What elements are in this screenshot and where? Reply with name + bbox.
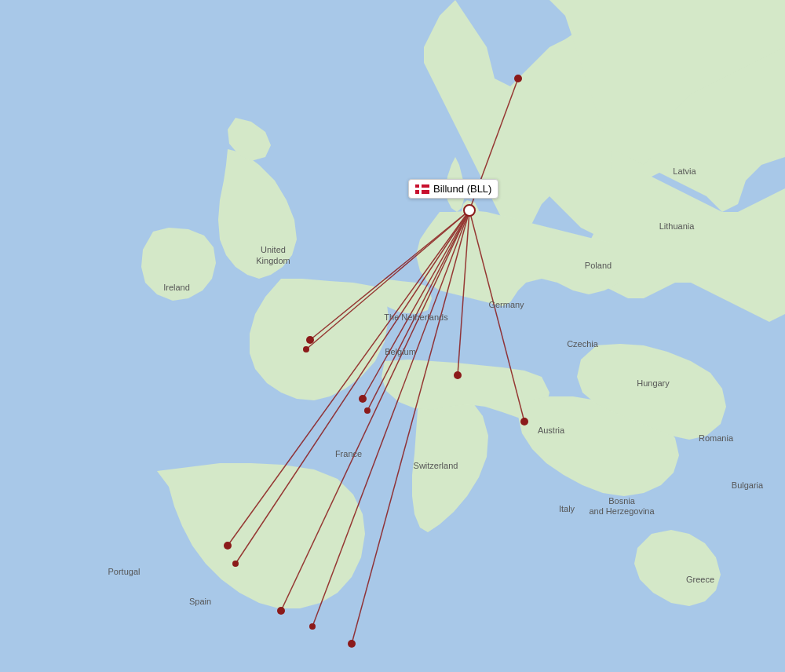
svg-text:France: France (335, 449, 362, 458)
svg-text:Czechia: Czechia (567, 339, 599, 349)
svg-point-17 (364, 407, 371, 414)
svg-text:Germany: Germany (488, 300, 524, 309)
svg-point-21 (232, 561, 239, 567)
svg-text:The Netherlands: The Netherlands (384, 312, 448, 322)
svg-point-16 (359, 395, 367, 403)
svg-text:Bosnia: Bosnia (608, 496, 636, 506)
svg-text:Portugal: Portugal (108, 567, 141, 576)
map-container: Ireland United Kingdom The Netherlands B… (0, 0, 785, 672)
svg-point-23 (309, 623, 316, 630)
svg-text:Greece: Greece (686, 575, 714, 584)
svg-point-19 (520, 418, 528, 425)
svg-text:Lithuania: Lithuania (659, 221, 696, 231)
svg-text:Switzerland: Switzerland (414, 461, 458, 470)
svg-text:United: United (261, 245, 286, 254)
svg-text:and Herzegovina: and Herzegovina (589, 506, 655, 516)
map-svg: Ireland United Kingdom The Netherlands B… (0, 0, 785, 672)
svg-point-18 (454, 371, 462, 379)
svg-text:Romania: Romania (699, 433, 734, 443)
svg-text:Spain: Spain (189, 597, 211, 606)
svg-text:Bulgaria: Bulgaria (732, 480, 764, 490)
svg-text:Hungary: Hungary (637, 378, 670, 388)
svg-text:Austria: Austria (538, 425, 565, 435)
svg-text:Latvia: Latvia (673, 166, 696, 176)
svg-text:Poland: Poland (585, 261, 612, 270)
svg-point-20 (224, 542, 232, 550)
svg-point-24 (348, 640, 356, 648)
svg-text:Belgium: Belgium (385, 347, 416, 356)
svg-point-13 (514, 75, 522, 82)
svg-point-15 (303, 346, 309, 352)
svg-point-25 (464, 205, 475, 216)
svg-text:Italy: Italy (559, 504, 575, 513)
svg-text:Kingdom: Kingdom (256, 256, 290, 265)
svg-point-22 (277, 607, 285, 615)
svg-point-14 (306, 336, 314, 344)
ireland-label: Ireland (163, 283, 190, 292)
